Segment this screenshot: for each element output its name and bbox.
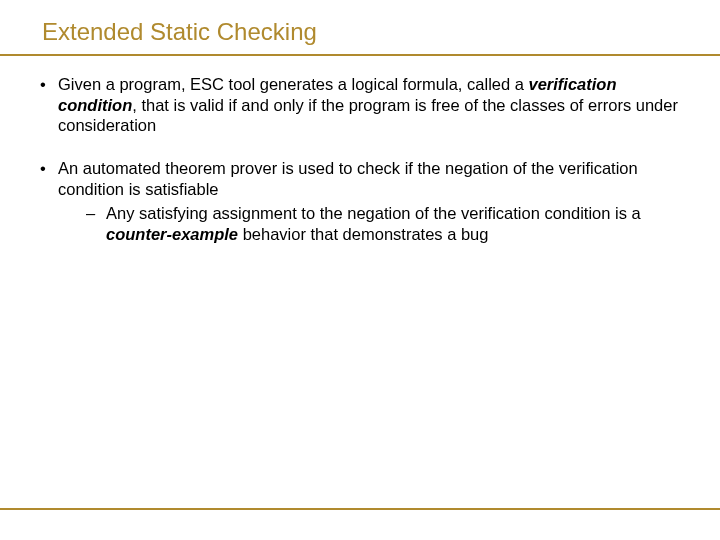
- bullet-marker: •: [40, 74, 58, 136]
- slide: Extended Static Checking • Given a progr…: [0, 0, 720, 540]
- slide-title: Extended Static Checking: [0, 18, 720, 52]
- slide-content: • Given a program, ESC tool generates a …: [0, 56, 720, 244]
- text-em: counter-example: [106, 225, 238, 243]
- text-frag: Given a program, ESC tool generates a lo…: [58, 75, 529, 93]
- sub-bullet-marker: –: [86, 203, 106, 244]
- text-frag: Any satisfying assignment to the negatio…: [106, 204, 641, 222]
- text-frag: , that is valid if and only if the progr…: [58, 96, 678, 135]
- sub-bullet-item: – Any satisfying assignment to the negat…: [58, 203, 680, 244]
- sub-bullet-text: Any satisfying assignment to the negatio…: [106, 203, 680, 244]
- text-frag: An automated theorem prover is used to c…: [58, 159, 638, 198]
- bullet-marker: •: [40, 158, 58, 245]
- bullet-text: Given a program, ESC tool generates a lo…: [58, 74, 680, 136]
- footer-divider: [0, 508, 720, 510]
- text-frag: behavior that demonstrates a bug: [238, 225, 488, 243]
- bullet-item: • An automated theorem prover is used to…: [40, 158, 680, 245]
- bullet-text: An automated theorem prover is used to c…: [58, 158, 680, 245]
- bullet-item: • Given a program, ESC tool generates a …: [40, 74, 680, 136]
